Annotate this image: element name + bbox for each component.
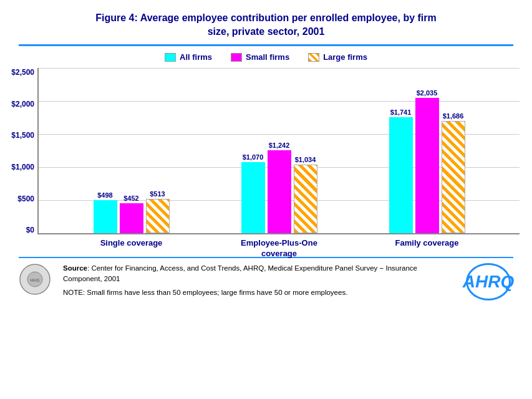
hhs-logo: HHS	[19, 263, 53, 298]
bar-rect-epo-large	[294, 165, 317, 233]
y-label-2000: $2,000	[11, 100, 34, 108]
x-label-epo: Employee-Plus-Onecoverage	[205, 238, 353, 259]
legend: All firms Small firms Large firms	[0, 52, 532, 62]
ahrq-logo: AHRQ	[463, 263, 513, 300]
y-label-1000: $1,000	[11, 163, 34, 171]
legend-item-small: Small firms	[231, 52, 289, 62]
bar-single-all: $498	[94, 191, 117, 233]
bar-single-large: $513	[146, 190, 170, 233]
title-divider	[19, 44, 513, 46]
bar-value-single-large: $513	[150, 190, 165, 198]
bar-value-family-large: $1,686	[443, 112, 464, 120]
bar-rect-epo-small	[268, 150, 291, 233]
bar-epo-large: $1,034	[294, 156, 317, 233]
legend-label-small: Small firms	[246, 52, 289, 62]
legend-swatch-small	[231, 53, 242, 62]
bar-value-epo-small: $1,242	[269, 142, 290, 149]
bar-rect-family-small	[415, 98, 439, 233]
bar-single-small: $452	[120, 195, 143, 233]
chart-title: Figure 4: Average employee contribution …	[37, 11, 495, 38]
source-text: : Center for Financing, Access, and Cost…	[63, 264, 417, 282]
bar-family-large: $1,686	[442, 112, 465, 233]
page: Figure 4: Average employee contribution …	[0, 0, 532, 399]
y-label-500: $500	[17, 195, 34, 203]
svg-text:HHS: HHS	[31, 278, 40, 282]
title-area: Figure 4: Average employee contribution …	[0, 0, 532, 44]
bar-value-family-all: $1,741	[390, 108, 412, 116]
bar-epo-small: $1,242	[268, 142, 291, 233]
footer: HHS Source: Center for Financing, Access…	[19, 257, 513, 300]
bar-rect-single-all	[94, 200, 117, 233]
source-label: Source	[63, 264, 87, 272]
hhs-logo-svg: HHS	[19, 263, 51, 296]
bar-group-single: $498 $452 $513	[94, 190, 170, 233]
bar-family-small: $2,035	[415, 89, 439, 233]
legend-swatch-large	[308, 53, 319, 62]
bar-value-epo-all: $1,070	[243, 153, 264, 161]
legend-label-all: All firms	[180, 52, 212, 62]
y-label-0: $0	[26, 226, 34, 234]
x-label-single: Single coverage	[57, 238, 205, 259]
bar-rect-family-large	[442, 121, 465, 233]
legend-swatch-all	[165, 53, 176, 62]
footer-source: Source: Center for Financing, Access, an…	[63, 263, 453, 298]
footer-note: NOTE: Small firms have less than 50 empl…	[63, 287, 453, 298]
bar-epo-all: $1,070	[241, 153, 265, 233]
bar-value-family-small: $2,035	[417, 89, 438, 97]
bar-rect-single-large	[146, 199, 170, 233]
bar-value-epo-large: $1,034	[295, 156, 316, 163]
bar-value-single-all: $498	[97, 191, 112, 199]
bar-rect-family-all	[389, 117, 413, 233]
bar-group-epo: $1,070 $1,242 $1,034	[241, 142, 317, 233]
ahrq-text: AHRQ	[466, 263, 511, 300]
bar-rect-epo-all	[241, 162, 265, 233]
legend-item-large: Large firms	[308, 52, 367, 62]
bar-group-family: $1,741 $2,035 $1,686	[389, 89, 465, 233]
y-label-1500: $1,500	[11, 131, 34, 140]
bar-value-single-small: $452	[123, 195, 138, 202]
y-label-2500: $2,500	[11, 68, 34, 77]
bar-rect-single-small	[120, 203, 143, 233]
x-label-family: Family coverage	[353, 238, 501, 259]
legend-label-large: Large firms	[323, 52, 367, 62]
legend-item-all: All firms	[165, 52, 212, 62]
bar-family-all: $1,741	[389, 108, 413, 233]
